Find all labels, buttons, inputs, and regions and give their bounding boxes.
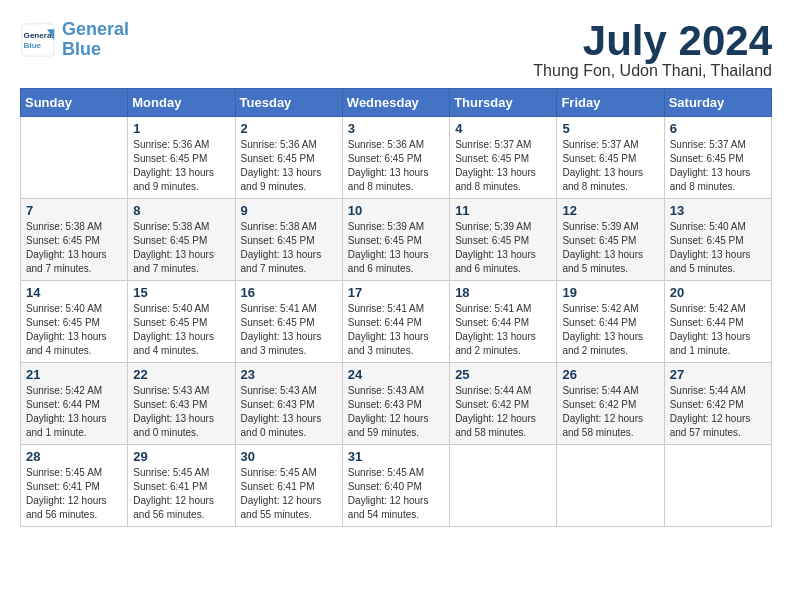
day-info: Sunrise: 5:37 AMSunset: 6:45 PMDaylight:… bbox=[455, 138, 551, 194]
calendar-week-row: 14Sunrise: 5:40 AMSunset: 6:45 PMDayligh… bbox=[21, 281, 772, 363]
calendar-cell: 2Sunrise: 5:36 AMSunset: 6:45 PMDaylight… bbox=[235, 117, 342, 199]
calendar-cell: 15Sunrise: 5:40 AMSunset: 6:45 PMDayligh… bbox=[128, 281, 235, 363]
day-info: Sunrise: 5:37 AMSunset: 6:45 PMDaylight:… bbox=[562, 138, 658, 194]
day-number: 2 bbox=[241, 121, 337, 136]
day-number: 10 bbox=[348, 203, 444, 218]
calendar-week-row: 7Sunrise: 5:38 AMSunset: 6:45 PMDaylight… bbox=[21, 199, 772, 281]
day-number: 6 bbox=[670, 121, 766, 136]
page-header: General Blue GeneralBlue July 2024 Thung… bbox=[20, 20, 772, 80]
calendar-cell: 14Sunrise: 5:40 AMSunset: 6:45 PMDayligh… bbox=[21, 281, 128, 363]
day-number: 8 bbox=[133, 203, 229, 218]
calendar-cell: 30Sunrise: 5:45 AMSunset: 6:41 PMDayligh… bbox=[235, 445, 342, 527]
day-number: 18 bbox=[455, 285, 551, 300]
day-number: 31 bbox=[348, 449, 444, 464]
calendar-header-row: SundayMondayTuesdayWednesdayThursdayFrid… bbox=[21, 89, 772, 117]
title-block: July 2024 Thung Fon, Udon Thani, Thailan… bbox=[533, 20, 772, 80]
day-info: Sunrise: 5:36 AMSunset: 6:45 PMDaylight:… bbox=[348, 138, 444, 194]
calendar-cell: 5Sunrise: 5:37 AMSunset: 6:45 PMDaylight… bbox=[557, 117, 664, 199]
day-info: Sunrise: 5:45 AMSunset: 6:41 PMDaylight:… bbox=[133, 466, 229, 522]
calendar-day-header: Sunday bbox=[21, 89, 128, 117]
day-number: 17 bbox=[348, 285, 444, 300]
day-info: Sunrise: 5:43 AMSunset: 6:43 PMDaylight:… bbox=[241, 384, 337, 440]
calendar-cell: 25Sunrise: 5:44 AMSunset: 6:42 PMDayligh… bbox=[450, 363, 557, 445]
calendar-cell: 23Sunrise: 5:43 AMSunset: 6:43 PMDayligh… bbox=[235, 363, 342, 445]
day-number: 25 bbox=[455, 367, 551, 382]
calendar-week-row: 1Sunrise: 5:36 AMSunset: 6:45 PMDaylight… bbox=[21, 117, 772, 199]
day-number: 15 bbox=[133, 285, 229, 300]
calendar-day-header: Saturday bbox=[664, 89, 771, 117]
svg-text:Blue: Blue bbox=[24, 41, 42, 50]
calendar-day-header: Friday bbox=[557, 89, 664, 117]
day-info: Sunrise: 5:42 AMSunset: 6:44 PMDaylight:… bbox=[562, 302, 658, 358]
svg-text:General: General bbox=[24, 31, 54, 40]
day-number: 11 bbox=[455, 203, 551, 218]
day-number: 22 bbox=[133, 367, 229, 382]
day-info: Sunrise: 5:41 AMSunset: 6:44 PMDaylight:… bbox=[348, 302, 444, 358]
calendar-cell bbox=[21, 117, 128, 199]
day-number: 1 bbox=[133, 121, 229, 136]
day-info: Sunrise: 5:45 AMSunset: 6:41 PMDaylight:… bbox=[26, 466, 122, 522]
day-number: 4 bbox=[455, 121, 551, 136]
day-info: Sunrise: 5:40 AMSunset: 6:45 PMDaylight:… bbox=[670, 220, 766, 276]
day-info: Sunrise: 5:42 AMSunset: 6:44 PMDaylight:… bbox=[26, 384, 122, 440]
calendar-cell: 11Sunrise: 5:39 AMSunset: 6:45 PMDayligh… bbox=[450, 199, 557, 281]
calendar-body: 1Sunrise: 5:36 AMSunset: 6:45 PMDaylight… bbox=[21, 117, 772, 527]
day-number: 23 bbox=[241, 367, 337, 382]
calendar-cell: 8Sunrise: 5:38 AMSunset: 6:45 PMDaylight… bbox=[128, 199, 235, 281]
calendar-cell: 9Sunrise: 5:38 AMSunset: 6:45 PMDaylight… bbox=[235, 199, 342, 281]
calendar-cell: 27Sunrise: 5:44 AMSunset: 6:42 PMDayligh… bbox=[664, 363, 771, 445]
calendar-cell: 17Sunrise: 5:41 AMSunset: 6:44 PMDayligh… bbox=[342, 281, 449, 363]
day-number: 5 bbox=[562, 121, 658, 136]
day-number: 24 bbox=[348, 367, 444, 382]
calendar-day-header: Thursday bbox=[450, 89, 557, 117]
day-info: Sunrise: 5:37 AMSunset: 6:45 PMDaylight:… bbox=[670, 138, 766, 194]
day-info: Sunrise: 5:42 AMSunset: 6:44 PMDaylight:… bbox=[670, 302, 766, 358]
calendar-cell: 29Sunrise: 5:45 AMSunset: 6:41 PMDayligh… bbox=[128, 445, 235, 527]
day-number: 19 bbox=[562, 285, 658, 300]
day-info: Sunrise: 5:36 AMSunset: 6:45 PMDaylight:… bbox=[241, 138, 337, 194]
calendar-day-header: Monday bbox=[128, 89, 235, 117]
day-info: Sunrise: 5:39 AMSunset: 6:45 PMDaylight:… bbox=[455, 220, 551, 276]
month-title: July 2024 bbox=[533, 20, 772, 62]
day-number: 16 bbox=[241, 285, 337, 300]
calendar-cell: 26Sunrise: 5:44 AMSunset: 6:42 PMDayligh… bbox=[557, 363, 664, 445]
day-info: Sunrise: 5:40 AMSunset: 6:45 PMDaylight:… bbox=[133, 302, 229, 358]
day-info: Sunrise: 5:43 AMSunset: 6:43 PMDaylight:… bbox=[133, 384, 229, 440]
calendar-table: SundayMondayTuesdayWednesdayThursdayFrid… bbox=[20, 88, 772, 527]
calendar-cell: 20Sunrise: 5:42 AMSunset: 6:44 PMDayligh… bbox=[664, 281, 771, 363]
day-number: 12 bbox=[562, 203, 658, 218]
calendar-cell: 3Sunrise: 5:36 AMSunset: 6:45 PMDaylight… bbox=[342, 117, 449, 199]
day-info: Sunrise: 5:39 AMSunset: 6:45 PMDaylight:… bbox=[348, 220, 444, 276]
calendar-cell: 10Sunrise: 5:39 AMSunset: 6:45 PMDayligh… bbox=[342, 199, 449, 281]
day-number: 29 bbox=[133, 449, 229, 464]
logo-text: GeneralBlue bbox=[62, 20, 129, 60]
day-number: 7 bbox=[26, 203, 122, 218]
day-info: Sunrise: 5:44 AMSunset: 6:42 PMDaylight:… bbox=[455, 384, 551, 440]
calendar-cell: 22Sunrise: 5:43 AMSunset: 6:43 PMDayligh… bbox=[128, 363, 235, 445]
day-number: 20 bbox=[670, 285, 766, 300]
day-info: Sunrise: 5:45 AMSunset: 6:40 PMDaylight:… bbox=[348, 466, 444, 522]
day-info: Sunrise: 5:38 AMSunset: 6:45 PMDaylight:… bbox=[133, 220, 229, 276]
calendar-week-row: 28Sunrise: 5:45 AMSunset: 6:41 PMDayligh… bbox=[21, 445, 772, 527]
day-number: 27 bbox=[670, 367, 766, 382]
day-info: Sunrise: 5:44 AMSunset: 6:42 PMDaylight:… bbox=[670, 384, 766, 440]
day-info: Sunrise: 5:39 AMSunset: 6:45 PMDaylight:… bbox=[562, 220, 658, 276]
calendar-cell: 31Sunrise: 5:45 AMSunset: 6:40 PMDayligh… bbox=[342, 445, 449, 527]
day-info: Sunrise: 5:41 AMSunset: 6:44 PMDaylight:… bbox=[455, 302, 551, 358]
day-number: 9 bbox=[241, 203, 337, 218]
day-info: Sunrise: 5:36 AMSunset: 6:45 PMDaylight:… bbox=[133, 138, 229, 194]
calendar-cell: 16Sunrise: 5:41 AMSunset: 6:45 PMDayligh… bbox=[235, 281, 342, 363]
calendar-cell: 21Sunrise: 5:42 AMSunset: 6:44 PMDayligh… bbox=[21, 363, 128, 445]
location: Thung Fon, Udon Thani, Thailand bbox=[533, 62, 772, 80]
logo: General Blue GeneralBlue bbox=[20, 20, 129, 60]
day-info: Sunrise: 5:40 AMSunset: 6:45 PMDaylight:… bbox=[26, 302, 122, 358]
day-number: 30 bbox=[241, 449, 337, 464]
day-info: Sunrise: 5:38 AMSunset: 6:45 PMDaylight:… bbox=[241, 220, 337, 276]
calendar-cell: 12Sunrise: 5:39 AMSunset: 6:45 PMDayligh… bbox=[557, 199, 664, 281]
calendar-cell: 28Sunrise: 5:45 AMSunset: 6:41 PMDayligh… bbox=[21, 445, 128, 527]
logo-icon: General Blue bbox=[20, 22, 56, 58]
calendar-cell: 24Sunrise: 5:43 AMSunset: 6:43 PMDayligh… bbox=[342, 363, 449, 445]
day-number: 13 bbox=[670, 203, 766, 218]
calendar-cell: 18Sunrise: 5:41 AMSunset: 6:44 PMDayligh… bbox=[450, 281, 557, 363]
day-number: 14 bbox=[26, 285, 122, 300]
